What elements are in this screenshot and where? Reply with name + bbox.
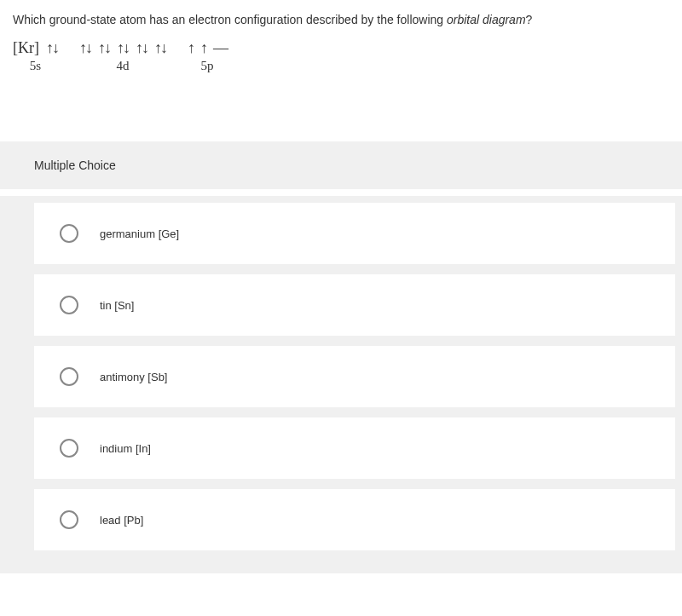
question-italic: orbital diagram (447, 13, 526, 26)
orbital-diagram: [Kr] ↑↓ 5s ↑↓ ↑↓ ↑↓ ↑↓ ↑↓ 4d ↑ ↑ — 5p (0, 31, 682, 99)
option-label: lead [Pb] (100, 514, 143, 527)
orbital-label-5s: 5s (30, 59, 41, 73)
orbital-arrows: ↑↓ (46, 39, 58, 57)
orbital-arrows: ↑↓ (79, 39, 91, 57)
orbital-arrows: ↑ (188, 39, 194, 57)
question-prefix: Which ground-state atom has an electron … (13, 13, 447, 26)
orbital-label-4d: 4d (116, 59, 129, 73)
question-suffix: ? (526, 13, 533, 26)
core-label: [Kr] (13, 39, 39, 57)
question-text: Which ground-state atom has an electron … (0, 0, 682, 31)
orbital-group-5p: ↑ ↑ — 5p (188, 39, 227, 73)
orbital-arrows: — (213, 39, 227, 57)
orbital-row-5s: [Kr] ↑↓ (13, 39, 58, 57)
orbital-arrows: ↑↓ (98, 39, 110, 57)
orbital-group-4d: ↑↓ ↑↓ ↑↓ ↑↓ ↑↓ 4d (79, 39, 166, 73)
multiple-choice-header: Multiple Choice (0, 141, 682, 189)
options-container: germanium [Ge] tin [Sn] antimony [Sb] in… (0, 196, 682, 573)
orbital-arrows: ↑↓ (117, 39, 129, 57)
radio-icon (60, 367, 78, 386)
orbital-row-4d: ↑↓ ↑↓ ↑↓ ↑↓ ↑↓ (79, 39, 166, 57)
radio-icon (60, 296, 78, 314)
radio-icon (60, 224, 78, 243)
option-label: tin [Sn] (100, 299, 134, 312)
option-label: germanium [Ge] (100, 227, 179, 240)
orbital-arrows: ↑↓ (136, 39, 147, 57)
orbital-arrows: ↑↓ (154, 39, 166, 57)
option-tin[interactable]: tin [Sn] (34, 274, 675, 336)
orbital-row-5p: ↑ ↑ — (188, 39, 227, 57)
orbital-arrows: ↑ (200, 39, 206, 57)
radio-icon (60, 510, 78, 529)
option-label: antimony [Sb] (100, 371, 168, 383)
option-germanium[interactable]: germanium [Ge] (34, 203, 675, 264)
orbital-group-5s: [Kr] ↑↓ 5s (13, 39, 58, 73)
option-antimony[interactable]: antimony [Sb] (34, 346, 675, 407)
option-label: indium [In] (100, 442, 151, 455)
orbital-label-5p: 5p (200, 59, 213, 73)
option-indium[interactable]: indium [In] (34, 417, 675, 479)
radio-icon (60, 439, 78, 458)
option-lead[interactable]: lead [Pb] (34, 489, 675, 550)
